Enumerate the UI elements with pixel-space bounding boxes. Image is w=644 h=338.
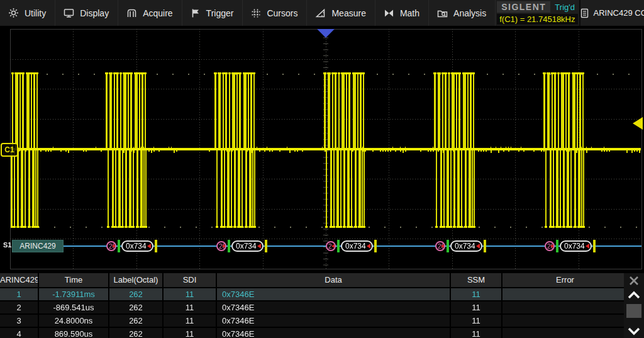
trigger-flag-icon: [191, 8, 201, 18]
cell-data: 0x7346E: [217, 315, 450, 327]
truncation-arrow-icon: [331, 244, 335, 249]
decode-table: ARINC429 Time Label(Octal) SDI Data SSM …: [0, 273, 623, 338]
document-icon: [580, 8, 589, 18]
decode-table-header: ARINC429 Time Label(Octal) SDI Data SSM …: [0, 273, 623, 287]
col-header-data: Data: [217, 273, 450, 287]
ssm-marker-bar: [593, 240, 596, 252]
cell-ssm: 11: [451, 288, 501, 300]
display-icon: [64, 8, 74, 18]
cell-label: 262: [109, 328, 162, 338]
config-button-label: ARINC429 CONFIG: [594, 8, 644, 18]
menu-item-math[interactable]: Math: [375, 0, 429, 26]
table-row[interactable]: 2-869.541us262110x7346E11: [0, 301, 623, 313]
packet-data-box: 0x734: [341, 240, 373, 252]
cell-time: 869.590us: [39, 328, 108, 338]
trigger-level-arrow[interactable]: [633, 117, 643, 130]
table-row[interactable]: 4869.590us262110x7346E11: [0, 328, 623, 338]
cell-sdi: 11: [164, 328, 216, 338]
cell-n: 2: [0, 301, 38, 313]
table-scrollbar: [624, 273, 644, 338]
cell-sdi: 11: [164, 315, 216, 327]
menu-item-acquire[interactable]: Acquire: [118, 0, 182, 26]
acquire-icon: [126, 8, 137, 18]
scroll-down-button[interactable]: [624, 324, 644, 338]
cell-n: 1: [0, 288, 38, 300]
siglent-logo: SIGLENT: [497, 1, 550, 13]
brand-row: SIGLENT Trig'd: [497, 1, 577, 13]
frequency-readout: f(C1) = 21.74518kHz: [497, 14, 577, 25]
truncation-arrow-icon: [222, 244, 226, 249]
cell-error: [502, 288, 628, 300]
cell-ssm: 11: [451, 315, 501, 327]
packet-label-bubble: 26: [106, 241, 116, 251]
decode-packet: 260x734: [545, 239, 596, 253]
scroll-up-button[interactable]: [624, 288, 644, 302]
menu-item-cursors[interactable]: Cursors: [243, 0, 307, 26]
trigger-status: Trig'd: [555, 3, 575, 12]
ssm-marker-bar: [265, 240, 267, 252]
menu-item-display[interactable]: Display: [55, 0, 118, 26]
menu-item-analysis[interactable]: Analysis: [429, 0, 496, 26]
table-row[interactable]: 324.8000ns262110x7346E11: [0, 315, 623, 327]
col-header-label: Label(Octal): [109, 273, 162, 287]
truncation-arrow-icon: [257, 244, 261, 249]
menu-item-trigger[interactable]: Trigger: [182, 0, 243, 26]
trigger-status-block: SIGLENT Trig'd f(C1) = 21.74518kHz: [496, 0, 579, 26]
packet-label-bubble: 26: [545, 241, 555, 251]
ssm-marker-bar: [484, 240, 486, 252]
col-header-error: Error: [502, 273, 628, 287]
menu-item-utility[interactable]: Utility: [0, 0, 55, 26]
measure-icon: [315, 8, 326, 18]
math-icon: [384, 9, 394, 18]
sdi-marker-bar: [337, 240, 340, 252]
truncation-arrow-icon: [367, 244, 370, 249]
table-close-button[interactable]: [624, 273, 644, 288]
menubar: UtilityDisplayAcquireTriggerCursorsMeasu…: [0, 0, 644, 26]
decode-bus-row: S1 ARINC429 260x734260x73420x734260x7342…: [0, 238, 644, 256]
packet-data-box: 0x734: [560, 240, 592, 252]
table-row[interactable]: 1-1.73911ms262110x7346E11: [0, 288, 623, 300]
cell-time: -1.73911ms: [39, 288, 108, 300]
protocol-name-box[interactable]: ARINC429: [12, 240, 64, 252]
cell-sdi: 11: [164, 288, 216, 300]
cell-ssm: 11: [451, 328, 501, 338]
ssm-marker-bar: [374, 240, 377, 252]
cell-data: 0x7346E: [217, 328, 450, 338]
col-header-time: Time: [39, 273, 108, 287]
arinc429-config-button[interactable]: ARINC429 CONFIG: [579, 0, 644, 26]
analysis-icon: [437, 8, 448, 18]
cell-error: [502, 301, 628, 313]
table-corner-label: ARINC429: [0, 273, 38, 287]
cursors-icon: [251, 8, 261, 18]
packet-data-box: 0x734: [231, 240, 264, 252]
packet-label-bubble: 26: [435, 241, 445, 251]
truncation-arrow-icon: [441, 244, 445, 249]
cell-sdi: 11: [164, 301, 216, 313]
truncation-arrow-icon: [550, 244, 554, 249]
cell-error: [502, 315, 628, 327]
cell-label: 262: [109, 301, 162, 313]
packet-label-bubble: 2: [326, 241, 336, 251]
truncation-arrow-icon: [586, 244, 589, 249]
cell-n: 3: [0, 315, 38, 327]
truncation-arrow-icon: [112, 244, 116, 249]
sdi-marker-bar: [556, 240, 558, 252]
cell-label: 262: [109, 315, 162, 327]
packet-data-box: 0x734: [121, 240, 153, 252]
gear-icon: [8, 8, 19, 18]
cell-data: 0x7346E: [217, 301, 450, 313]
truncation-arrow-icon: [476, 244, 480, 249]
cell-label: 262: [109, 288, 162, 300]
scrollbar-thumb[interactable]: [626, 304, 641, 318]
channel-c1-badge[interactable]: C1: [1, 143, 18, 157]
packet-data-box: 0x734: [450, 240, 482, 252]
waveform-area: C1 S1 ARINC429 260x734260x73420x734260x7…: [0, 26, 644, 275]
cell-data: 0x7346E: [217, 288, 450, 300]
menubar-items: UtilityDisplayAcquireTriggerCursorsMeasu…: [0, 0, 496, 26]
sdi-marker-bar: [118, 240, 120, 252]
cell-n: 4: [0, 328, 38, 338]
cell-error: [502, 328, 628, 338]
trigger-position-marker[interactable]: [317, 29, 335, 38]
menu-item-measure[interactable]: Measure: [307, 0, 375, 26]
sdi-marker-bar: [447, 240, 449, 252]
